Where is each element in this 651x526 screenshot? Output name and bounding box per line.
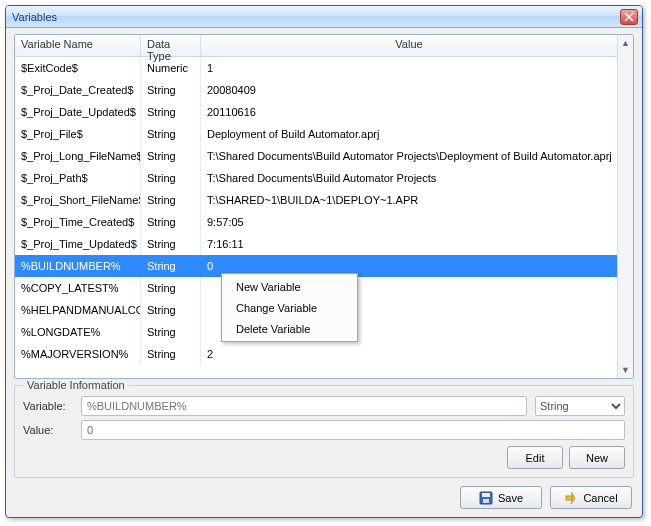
menu-delete-variable[interactable]: Delete Variable — [222, 318, 357, 339]
table-row[interactable]: $_Proj_Time_Created$String9:57:05 — [15, 211, 617, 233]
svg-rect-2 — [483, 499, 489, 503]
context-menu: New Variable Change Variable Delete Vari… — [221, 273, 358, 342]
close-button[interactable] — [620, 9, 638, 25]
save-button[interactable]: Save — [460, 486, 542, 509]
scroll-down-icon[interactable]: ▼ — [619, 362, 633, 378]
cell-type: String — [141, 211, 201, 233]
cell-name: $_Proj_Time_Created$ — [15, 211, 141, 233]
cell-value: T:\SHARED~1\BUILDA~1\DEPLOY~1.APR — [201, 189, 617, 211]
cell-name: $_Proj_Long_FileName$ — [15, 145, 141, 167]
table-row[interactable]: $_Proj_Short_FileName$StringT:\SHARED~1\… — [15, 189, 617, 211]
cancel-button[interactable]: Cancel — [550, 486, 632, 509]
close-icon — [624, 12, 634, 22]
cell-value: 1 — [201, 57, 617, 79]
cell-type: String — [141, 277, 201, 299]
table-row[interactable]: %MAJORVERSION%String2 — [15, 343, 617, 365]
new-button[interactable]: New — [569, 446, 625, 469]
menu-new-variable[interactable]: New Variable — [222, 276, 357, 297]
cell-value: 9:57:05 — [201, 211, 617, 233]
dialog-buttons: Save Cancel — [14, 484, 634, 509]
cell-name: $_Proj_Date_Created$ — [15, 79, 141, 101]
cell-type: String — [141, 79, 201, 101]
titlebar: Variables — [6, 6, 642, 28]
table-row[interactable]: $_Proj_Time_Updated$String7:16:11 — [15, 233, 617, 255]
cancel-icon — [564, 491, 578, 505]
value-label: Value: — [23, 424, 73, 436]
cell-name: $_Proj_File$ — [15, 123, 141, 145]
col-header-value[interactable]: Value — [201, 35, 617, 56]
edit-button[interactable]: Edit — [507, 446, 563, 469]
cell-name: %MAJORVERSION% — [15, 343, 141, 365]
cell-value: T:\Shared Documents\Build Automator Proj… — [201, 145, 617, 167]
cell-name: $_Proj_Date_Updated$ — [15, 101, 141, 123]
menu-change-variable[interactable]: Change Variable — [222, 297, 357, 318]
table-row[interactable]: $_Proj_Date_Updated$String20110616 — [15, 101, 617, 123]
cell-name: %HELPANDMANUALCOMP — [15, 299, 141, 321]
cell-type: String — [141, 321, 201, 343]
variables-dialog: Variables Variable Name Data Type Value … — [5, 5, 643, 518]
cell-value: 7:16:11 — [201, 233, 617, 255]
cell-type: String — [141, 233, 201, 255]
variable-information-group: Variable Information Variable: String Va… — [14, 385, 634, 478]
cell-type: String — [141, 299, 201, 321]
cell-name: $_Proj_Time_Updated$ — [15, 233, 141, 255]
table-row[interactable]: $_Proj_Long_FileName$StringT:\Shared Doc… — [15, 145, 617, 167]
variable-name-field[interactable] — [81, 396, 527, 416]
cell-name: $_Proj_Short_FileName$ — [15, 189, 141, 211]
cell-type: String — [141, 101, 201, 123]
cell-value: T:\Shared Documents\Build Automator Proj… — [201, 167, 617, 189]
cell-name: $_Proj_Path$ — [15, 167, 141, 189]
cell-type: String — [141, 167, 201, 189]
cell-value: Deployment of Build Automator.aprj — [201, 123, 617, 145]
col-header-type[interactable]: Data Type — [141, 35, 201, 56]
variables-grid[interactable]: Variable Name Data Type Value $ExitCode$… — [14, 34, 634, 379]
cell-type: Numeric — [141, 57, 201, 79]
vertical-scrollbar[interactable]: ▲ ▼ — [617, 35, 633, 378]
cell-value: 2 — [201, 343, 617, 365]
table-row[interactable]: $_Proj_Path$StringT:\Shared Documents\Bu… — [15, 167, 617, 189]
cell-value: 20080409 — [201, 79, 617, 101]
cell-name: %BUILDNUMBER% — [15, 255, 141, 277]
variable-value-field[interactable] — [81, 420, 625, 440]
group-title: Variable Information — [23, 379, 129, 391]
cell-type: String — [141, 343, 201, 365]
cell-value: 20110616 — [201, 101, 617, 123]
svg-rect-1 — [482, 493, 490, 497]
cell-type: String — [141, 123, 201, 145]
svg-rect-3 — [566, 496, 572, 500]
cell-name: %COPY_LATEST% — [15, 277, 141, 299]
cell-type: String — [141, 189, 201, 211]
cell-name: %LONGDATE% — [15, 321, 141, 343]
grid-header: Variable Name Data Type Value — [15, 35, 617, 57]
variable-type-select[interactable]: String — [535, 396, 625, 416]
cell-name: $ExitCode$ — [15, 57, 141, 79]
cell-type: String — [141, 145, 201, 167]
scroll-up-icon[interactable]: ▲ — [619, 35, 633, 51]
table-row[interactable]: $_Proj_File$StringDeployment of Build Au… — [15, 123, 617, 145]
cell-type: String — [141, 255, 201, 277]
save-icon — [479, 491, 493, 505]
table-row[interactable]: $ExitCode$Numeric1 — [15, 57, 617, 79]
col-header-name[interactable]: Variable Name — [15, 35, 141, 56]
table-row[interactable]: $_Proj_Date_Created$String20080409 — [15, 79, 617, 101]
window-title: Variables — [12, 11, 620, 23]
variable-label: Variable: — [23, 400, 73, 412]
